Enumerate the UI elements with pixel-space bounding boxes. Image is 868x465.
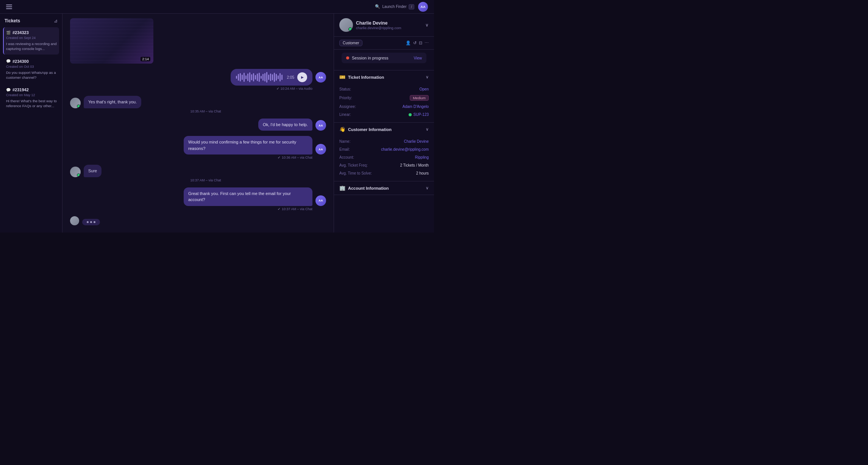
avg-time-label: Avg. Time to Solve: (339, 171, 372, 175)
session-view-link[interactable]: View (414, 56, 422, 60)
profile-chevron-icon[interactable]: ∨ (425, 22, 429, 28)
ticket-date: Created on Oct 03 (6, 65, 57, 69)
info-row-avg-time: Avg. Time to Solve: 2 hours (339, 169, 429, 177)
refresh-icon[interactable]: ↺ (413, 41, 417, 45)
assignee-value[interactable]: Adam D'Angelo (403, 105, 429, 109)
typing-dots (82, 219, 100, 225)
play-button[interactable] (297, 72, 307, 82)
ticket-emoji: 🎬 (6, 31, 11, 35)
assignee-label: Assignee: (339, 105, 356, 109)
customer-info-chevron-icon: ∨ (426, 127, 429, 132)
session-in-progress: Session in progress View (342, 53, 426, 63)
typing-dot (94, 221, 95, 223)
email-value[interactable]: charlie.devine@rippling.com (381, 147, 429, 151)
name-label: Name: (339, 139, 350, 144)
account-label: Account: (339, 155, 354, 159)
ticket-info-header[interactable]: 🎫 Ticket Information ∨ (334, 70, 434, 84)
agent-msg-time-2: ✓ 10:37 AM – via Chat (70, 207, 326, 211)
topbar-left (6, 5, 12, 9)
app-layout: 🔍 Launch Finder / AA Tickets ⊿ 🎬 #234323… (0, 0, 434, 232)
ticket-item[interactable]: 💬 #234300 Created on Oct 03 Do you suppo… (3, 56, 59, 83)
customer-tab-badge[interactable]: Customer (339, 40, 362, 46)
launch-finder-button[interactable]: 🔍 Launch Finder / (375, 4, 414, 9)
customer-avatar (70, 167, 81, 177)
agent-msg-time: ✓ 10:36 AM – via Chat (70, 156, 326, 159)
info-row-priority: Priority: Medium (339, 93, 429, 103)
customer-info-section: 👋 Customer Information ∨ Name: Charlie D… (334, 123, 434, 181)
info-row-name: Name: Charlie Devine (339, 137, 429, 145)
session-left: Session in progress (346, 56, 389, 60)
session-dot (346, 56, 349, 59)
ticket-emoji-icon: 🎫 (339, 74, 345, 80)
chat-bubble-customer: Sure (84, 165, 101, 177)
customer-message-group-2: Sure 10:37 AM – via Chat (70, 165, 326, 182)
action-icons: 👤 ↺ ⊡ ⋯ (406, 41, 429, 45)
profile-info: Charlie Devine charlie.devine@rippling.c… (339, 18, 401, 32)
typing-dot (87, 221, 89, 223)
avg-freq-value: 2 Tickets / Month (400, 163, 429, 167)
customer-tab-row: Customer 👤 ↺ ⊡ ⋯ (334, 37, 434, 50)
status-value[interactable]: Open (420, 87, 429, 91)
account-value[interactable]: Rippling (415, 155, 429, 159)
menu-icon[interactable] (6, 5, 12, 9)
ticket-item[interactable]: 💬 #231942 Created on May 12 Hi there! Wh… (3, 84, 59, 112)
bubble-row-agent: Would you mind confirming a few things f… (70, 136, 326, 154)
info-row-linear: Linear: SUP-123 (339, 111, 429, 119)
customer-info-header[interactable]: 👋 Customer Information ∨ (334, 123, 434, 136)
name-value[interactable]: Charlie Devine (404, 139, 429, 144)
ticket-info-title: Ticket Information (348, 75, 384, 80)
bubble-text: Would you mind confirming a few things f… (188, 140, 296, 151)
ticket-date: Created on Sept 24 (6, 36, 57, 40)
profile-avatar (339, 18, 353, 32)
audio-waveform (236, 72, 283, 83)
bubble-text: Sure (88, 169, 97, 173)
linear-link[interactable]: SUP-123 (413, 112, 429, 117)
avg-freq-label: Avg. Ticket Freq: (339, 163, 368, 167)
customer-info-title: Customer Information (348, 127, 392, 132)
ticket-id: #234323 (12, 30, 29, 35)
agent-avatar: AA (315, 144, 326, 154)
profile-details: Charlie Devine charlie.devine@rippling.c… (356, 20, 401, 30)
main-area: Tickets ⊿ 🎬 #234323 Created on Sept 24 I… (0, 14, 434, 232)
more-icon[interactable]: ⋯ (425, 41, 429, 45)
typing-indicator (70, 216, 326, 225)
info-row-account: Account: Rippling (339, 153, 429, 161)
account-info-section: 🏢 Account Information ∨ (334, 181, 434, 195)
ticket-info-body: Status: Open Priority: Medium Assignee: … (334, 84, 434, 122)
linear-label: Linear: (339, 112, 351, 117)
customer-avatar (70, 98, 81, 108)
bubble-text: Ok, I'd be happy to help. (263, 122, 308, 127)
bubble-row-customer: Yes that's right, thank you. (70, 96, 326, 108)
typing-dot (90, 221, 92, 223)
ticket-info-chevron-icon: ∨ (426, 75, 429, 80)
screen-icon[interactable]: ⊡ (419, 41, 422, 45)
customer-msg-time: 10:35 AM – via Chat (70, 109, 326, 113)
bubble-text: Great thank you. First can you tell me t… (188, 191, 291, 202)
person-icon[interactable]: 👤 (406, 41, 411, 45)
avg-time-value: 2 hours (416, 171, 429, 175)
launch-finder-label: Launch Finder (382, 5, 407, 9)
filter-icon[interactable]: ⊿ (54, 18, 58, 23)
customer-info-body: Name: Charlie Devine Email: charlie.devi… (334, 136, 434, 181)
chat-bubble-customer: Yes that's right, thank you. (84, 96, 141, 108)
priority-label: Priority: (339, 96, 352, 100)
ticket-preview: Do you support WhatsApp as a customer ch… (6, 70, 57, 80)
topbar-right: 🔍 Launch Finder / AA (375, 2, 428, 12)
user-avatar[interactable]: AA (418, 2, 428, 12)
ticket-emoji: 💬 (6, 59, 11, 63)
ticket-item[interactable]: 🎬 #234323 Created on Sept 24 I was revie… (3, 27, 59, 55)
account-info-chevron-icon: ∨ (426, 186, 429, 190)
chat-area: 2:14 (62, 14, 334, 232)
customer-msg-time: 10:37 AM – via Chat (70, 178, 326, 182)
account-info-header[interactable]: 🏢 Account Information ∨ (334, 181, 434, 195)
ticket-id: #231942 (12, 87, 29, 92)
info-row-status: Status: Open (339, 85, 429, 93)
video-placeholder: 2:14 (70, 18, 153, 64)
bubble-row-agent: Great thank you. First can you tell me t… (70, 187, 326, 206)
audio-time: ✓ 10:24 AM – via Audio (70, 87, 326, 91)
audio-bubble-row: 2:05 AA (70, 69, 326, 86)
session-text: Session in progress (352, 56, 389, 60)
audio-bubble[interactable]: 2:05 (231, 69, 312, 86)
video-message[interactable]: 2:14 (70, 18, 153, 64)
profile-email: charlie.devine@rippling.com (356, 26, 401, 30)
